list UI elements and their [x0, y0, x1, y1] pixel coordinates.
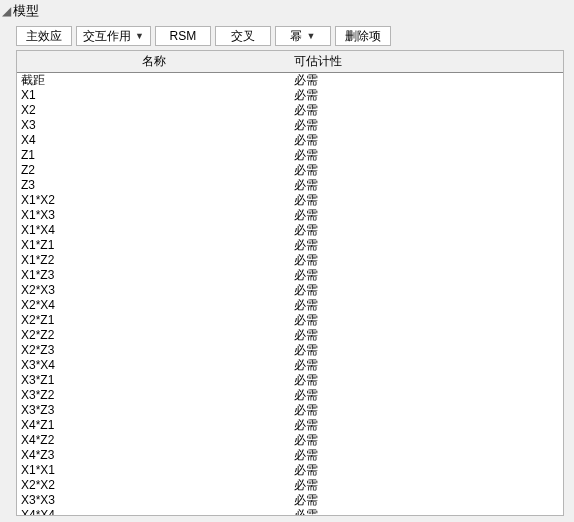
- panel-title: 模型: [13, 2, 39, 20]
- cell-estimability: 必需: [290, 133, 563, 148]
- table-row[interactable]: X1*Z1必需: [17, 238, 563, 253]
- table-row[interactable]: X3*X3必需: [17, 493, 563, 508]
- interactions-button[interactable]: 交互作用 ▼: [76, 26, 151, 46]
- table-row[interactable]: Z1必需: [17, 148, 563, 163]
- cell-estimability: 必需: [290, 178, 563, 193]
- table-row[interactable]: X3必需: [17, 118, 563, 133]
- cell-name: X4*Z2: [17, 433, 290, 448]
- panel-header[interactable]: ◢ 模型: [0, 0, 574, 22]
- remove-term-button[interactable]: 删除项: [335, 26, 391, 46]
- table-row[interactable]: X4*Z1必需: [17, 418, 563, 433]
- cell-name: X3*X4: [17, 358, 290, 373]
- cell-estimability: 必需: [290, 433, 563, 448]
- cell-estimability: 必需: [290, 463, 563, 478]
- table-row[interactable]: X1*X2必需: [17, 193, 563, 208]
- table-row[interactable]: X3*Z3必需: [17, 403, 563, 418]
- table-row[interactable]: 截距必需: [17, 73, 563, 88]
- table-row[interactable]: Z2必需: [17, 163, 563, 178]
- cell-name: X1*Z3: [17, 268, 290, 283]
- cell-estimability: 必需: [290, 103, 563, 118]
- cell-name: X3*Z2: [17, 388, 290, 403]
- rsm-button[interactable]: RSM: [155, 26, 211, 46]
- cell-estimability: 必需: [290, 508, 563, 515]
- cell-estimability: 必需: [290, 313, 563, 328]
- cell-estimability: 必需: [290, 208, 563, 223]
- cell-name: X2*Z3: [17, 343, 290, 358]
- table-row[interactable]: X1必需: [17, 88, 563, 103]
- table-row[interactable]: X3*X4必需: [17, 358, 563, 373]
- table-row[interactable]: X4*Z2必需: [17, 433, 563, 448]
- caret-down-icon: ▼: [135, 27, 144, 45]
- cell-name: Z2: [17, 163, 290, 178]
- cell-estimability: 必需: [290, 193, 563, 208]
- cell-name: X3: [17, 118, 290, 133]
- table-row[interactable]: Z3必需: [17, 178, 563, 193]
- cell-name: X4*X4: [17, 508, 290, 515]
- table-row[interactable]: X4必需: [17, 133, 563, 148]
- toolbar: 主效应 交互作用 ▼ RSM 交叉 幂 ▼ 删除项: [0, 22, 574, 50]
- cell-name: X2*X3: [17, 283, 290, 298]
- cell-name: X2*X2: [17, 478, 290, 493]
- table-row[interactable]: X2*Z1必需: [17, 313, 563, 328]
- table-row[interactable]: X3*Z1必需: [17, 373, 563, 388]
- table-row[interactable]: X4*Z3必需: [17, 448, 563, 463]
- cell-estimability: 必需: [290, 253, 563, 268]
- cell-name: Z3: [17, 178, 290, 193]
- table-row[interactable]: X1*Z2必需: [17, 253, 563, 268]
- table-row[interactable]: X1*Z3必需: [17, 268, 563, 283]
- cell-name: X1*Z1: [17, 238, 290, 253]
- cell-estimability: 必需: [290, 343, 563, 358]
- table-row[interactable]: X2*Z2必需: [17, 328, 563, 343]
- cell-name: X2*Z2: [17, 328, 290, 343]
- cell-estimability: 必需: [290, 238, 563, 253]
- caret-down-icon: ▼: [306, 27, 315, 45]
- cell-name: X2*X4: [17, 298, 290, 313]
- main-effects-button[interactable]: 主效应: [16, 26, 72, 46]
- cross-button[interactable]: 交叉: [215, 26, 271, 46]
- model-panel: ◢ 模型 主效应 交互作用 ▼ RSM 交叉 幂 ▼ 删除项 名称 可估计性 截…: [0, 0, 574, 522]
- model-terms-table: 名称 可估计性 截距必需X1必需X2必需X3必需X4必需Z1必需Z2必需Z3必需…: [16, 50, 564, 516]
- table-row[interactable]: X2*X4必需: [17, 298, 563, 313]
- table-row[interactable]: X4*X4必需: [17, 508, 563, 515]
- cell-name: X3*X3: [17, 493, 290, 508]
- cell-name: X1*Z2: [17, 253, 290, 268]
- cell-estimability: 必需: [290, 358, 563, 373]
- column-header-estimability[interactable]: 可估计性: [290, 51, 563, 72]
- cell-name: 截距: [17, 73, 290, 88]
- cell-name: X3*Z1: [17, 373, 290, 388]
- cell-estimability: 必需: [290, 88, 563, 103]
- cell-estimability: 必需: [290, 448, 563, 463]
- table-row[interactable]: X1*X1必需: [17, 463, 563, 478]
- remove-term-label: 删除项: [345, 27, 381, 45]
- rsm-label: RSM: [170, 27, 197, 45]
- interactions-label: 交互作用: [83, 27, 131, 45]
- table-row[interactable]: X2必需: [17, 103, 563, 118]
- table-header: 名称 可估计性: [17, 51, 563, 73]
- table-row[interactable]: X2*X3必需: [17, 283, 563, 298]
- cell-estimability: 必需: [290, 328, 563, 343]
- cell-estimability: 必需: [290, 223, 563, 238]
- cell-estimability: 必需: [290, 148, 563, 163]
- cell-estimability: 必需: [290, 418, 563, 433]
- cell-estimability: 必需: [290, 493, 563, 508]
- cell-name: X1: [17, 88, 290, 103]
- cell-name: X4: [17, 133, 290, 148]
- cell-estimability: 必需: [290, 268, 563, 283]
- cell-name: X1*X1: [17, 463, 290, 478]
- table-row[interactable]: X3*Z2必需: [17, 388, 563, 403]
- cell-estimability: 必需: [290, 478, 563, 493]
- column-header-name[interactable]: 名称: [17, 51, 290, 72]
- table-body: 截距必需X1必需X2必需X3必需X4必需Z1必需Z2必需Z3必需X1*X2必需X…: [17, 73, 563, 515]
- cell-name: X1*X2: [17, 193, 290, 208]
- table-row[interactable]: X2*X2必需: [17, 478, 563, 493]
- cell-estimability: 必需: [290, 388, 563, 403]
- table-row[interactable]: X1*X4必需: [17, 223, 563, 238]
- power-button[interactable]: 幂 ▼: [275, 26, 331, 46]
- table-row[interactable]: X2*Z3必需: [17, 343, 563, 358]
- table-row[interactable]: X1*X3必需: [17, 208, 563, 223]
- cell-name: X2*Z1: [17, 313, 290, 328]
- disclosure-triangle-icon[interactable]: ◢: [2, 5, 11, 17]
- cross-label: 交叉: [231, 27, 255, 45]
- cell-estimability: 必需: [290, 403, 563, 418]
- cell-name: X2: [17, 103, 290, 118]
